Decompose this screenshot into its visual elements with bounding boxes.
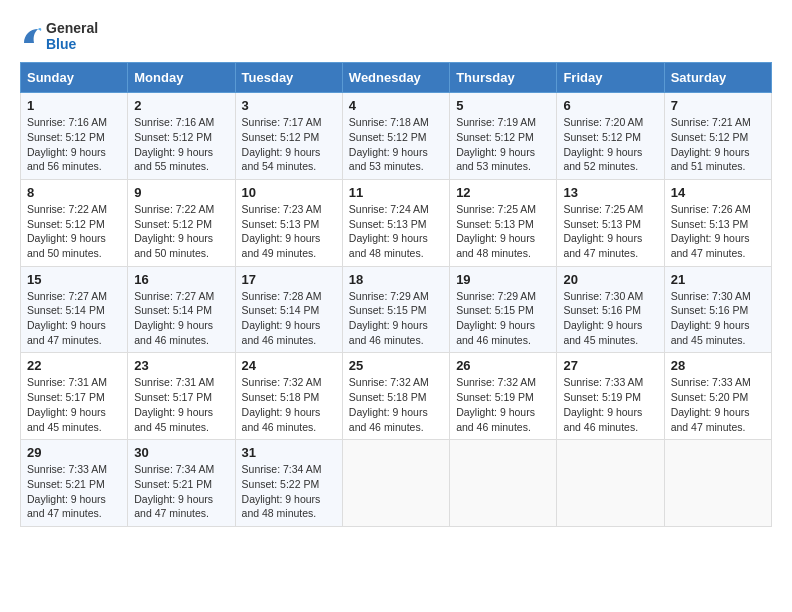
daylight-label: Daylight: 9 hours and 47 minutes. [671,406,750,433]
calendar-cell: 4 Sunrise: 7:18 AM Sunset: 5:12 PM Dayli… [342,93,449,180]
sunrise-label: Sunrise: 7:22 AM [134,203,214,215]
day-number: 13 [563,185,657,200]
daylight-label: Daylight: 9 hours and 48 minutes. [456,232,535,259]
calendar-cell: 25 Sunrise: 7:32 AM Sunset: 5:18 PM Dayl… [342,353,449,440]
day-number: 29 [27,445,121,460]
sunrise-label: Sunrise: 7:16 AM [134,116,214,128]
day-info: Sunrise: 7:29 AM Sunset: 5:15 PM Dayligh… [456,289,550,348]
calendar-cell: 20 Sunrise: 7:30 AM Sunset: 5:16 PM Dayl… [557,266,664,353]
calendar-cell [450,440,557,527]
calendar-cell: 15 Sunrise: 7:27 AM Sunset: 5:14 PM Dayl… [21,266,128,353]
calendar-cell: 9 Sunrise: 7:22 AM Sunset: 5:12 PM Dayli… [128,179,235,266]
sunrise-label: Sunrise: 7:17 AM [242,116,322,128]
day-info: Sunrise: 7:28 AM Sunset: 5:14 PM Dayligh… [242,289,336,348]
day-number: 8 [27,185,121,200]
daylight-label: Daylight: 9 hours and 51 minutes. [671,146,750,173]
calendar-cell: 24 Sunrise: 7:32 AM Sunset: 5:18 PM Dayl… [235,353,342,440]
sunset-label: Sunset: 5:19 PM [563,391,641,403]
day-info: Sunrise: 7:31 AM Sunset: 5:17 PM Dayligh… [134,375,228,434]
day-number: 25 [349,358,443,373]
calendar-cell: 28 Sunrise: 7:33 AM Sunset: 5:20 PM Dayl… [664,353,771,440]
sunrise-label: Sunrise: 7:25 AM [563,203,643,215]
day-number: 2 [134,98,228,113]
daylight-label: Daylight: 9 hours and 46 minutes. [349,319,428,346]
day-number: 22 [27,358,121,373]
sunset-label: Sunset: 5:14 PM [242,304,320,316]
sunset-label: Sunset: 5:20 PM [671,391,749,403]
day-number: 3 [242,98,336,113]
daylight-label: Daylight: 9 hours and 48 minutes. [349,232,428,259]
day-number: 18 [349,272,443,287]
day-info: Sunrise: 7:33 AM Sunset: 5:19 PM Dayligh… [563,375,657,434]
sunrise-label: Sunrise: 7:29 AM [456,290,536,302]
sunset-label: Sunset: 5:12 PM [242,131,320,143]
daylight-label: Daylight: 9 hours and 46 minutes. [242,406,321,433]
daylight-label: Daylight: 9 hours and 52 minutes. [563,146,642,173]
calendar-cell: 17 Sunrise: 7:28 AM Sunset: 5:14 PM Dayl… [235,266,342,353]
day-info: Sunrise: 7:27 AM Sunset: 5:14 PM Dayligh… [134,289,228,348]
calendar-cell: 19 Sunrise: 7:29 AM Sunset: 5:15 PM Dayl… [450,266,557,353]
calendar-cell: 12 Sunrise: 7:25 AM Sunset: 5:13 PM Dayl… [450,179,557,266]
daylight-label: Daylight: 9 hours and 56 minutes. [27,146,106,173]
daylight-label: Daylight: 9 hours and 47 minutes. [563,232,642,259]
calendar-cell [557,440,664,527]
sunrise-label: Sunrise: 7:33 AM [27,463,107,475]
sunset-label: Sunset: 5:17 PM [134,391,212,403]
sunset-label: Sunset: 5:12 PM [134,131,212,143]
sunrise-label: Sunrise: 7:27 AM [134,290,214,302]
sunrise-label: Sunrise: 7:31 AM [27,376,107,388]
sunset-label: Sunset: 5:12 PM [563,131,641,143]
calendar-cell: 7 Sunrise: 7:21 AM Sunset: 5:12 PM Dayli… [664,93,771,180]
daylight-label: Daylight: 9 hours and 46 minutes. [456,406,535,433]
sunset-label: Sunset: 5:16 PM [563,304,641,316]
calendar-cell: 6 Sunrise: 7:20 AM Sunset: 5:12 PM Dayli… [557,93,664,180]
logo: General Blue [20,20,98,52]
day-info: Sunrise: 7:32 AM Sunset: 5:18 PM Dayligh… [349,375,443,434]
daylight-label: Daylight: 9 hours and 45 minutes. [563,319,642,346]
daylight-label: Daylight: 9 hours and 53 minutes. [456,146,535,173]
calendar-header-wednesday: Wednesday [342,63,449,93]
daylight-label: Daylight: 9 hours and 50 minutes. [27,232,106,259]
sunset-label: Sunset: 5:13 PM [456,218,534,230]
day-info: Sunrise: 7:33 AM Sunset: 5:20 PM Dayligh… [671,375,765,434]
daylight-label: Daylight: 9 hours and 47 minutes. [671,232,750,259]
day-number: 9 [134,185,228,200]
calendar-header-row: SundayMondayTuesdayWednesdayThursdayFrid… [21,63,772,93]
daylight-label: Daylight: 9 hours and 47 minutes. [27,493,106,520]
calendar-header-monday: Monday [128,63,235,93]
sunrise-label: Sunrise: 7:21 AM [671,116,751,128]
day-number: 24 [242,358,336,373]
day-info: Sunrise: 7:33 AM Sunset: 5:21 PM Dayligh… [27,462,121,521]
logo-bird-icon [20,25,42,47]
daylight-label: Daylight: 9 hours and 46 minutes. [134,319,213,346]
calendar-header-tuesday: Tuesday [235,63,342,93]
logo-blue: Blue [46,36,98,52]
calendar-cell: 29 Sunrise: 7:33 AM Sunset: 5:21 PM Dayl… [21,440,128,527]
calendar-cell: 1 Sunrise: 7:16 AM Sunset: 5:12 PM Dayli… [21,93,128,180]
daylight-label: Daylight: 9 hours and 54 minutes. [242,146,321,173]
day-info: Sunrise: 7:18 AM Sunset: 5:12 PM Dayligh… [349,115,443,174]
day-info: Sunrise: 7:30 AM Sunset: 5:16 PM Dayligh… [563,289,657,348]
day-info: Sunrise: 7:31 AM Sunset: 5:17 PM Dayligh… [27,375,121,434]
day-number: 17 [242,272,336,287]
day-number: 23 [134,358,228,373]
sunrise-label: Sunrise: 7:25 AM [456,203,536,215]
calendar-cell: 21 Sunrise: 7:30 AM Sunset: 5:16 PM Dayl… [664,266,771,353]
day-info: Sunrise: 7:16 AM Sunset: 5:12 PM Dayligh… [134,115,228,174]
calendar-cell: 27 Sunrise: 7:33 AM Sunset: 5:19 PM Dayl… [557,353,664,440]
sunrise-label: Sunrise: 7:32 AM [349,376,429,388]
calendar-week-row: 1 Sunrise: 7:16 AM Sunset: 5:12 PM Dayli… [21,93,772,180]
sunrise-label: Sunrise: 7:29 AM [349,290,429,302]
day-info: Sunrise: 7:21 AM Sunset: 5:12 PM Dayligh… [671,115,765,174]
sunrise-label: Sunrise: 7:27 AM [27,290,107,302]
daylight-label: Daylight: 9 hours and 50 minutes. [134,232,213,259]
sunrise-label: Sunrise: 7:30 AM [671,290,751,302]
calendar-table: SundayMondayTuesdayWednesdayThursdayFrid… [20,62,772,527]
day-number: 27 [563,358,657,373]
sunrise-label: Sunrise: 7:24 AM [349,203,429,215]
sunset-label: Sunset: 5:12 PM [27,131,105,143]
sunset-label: Sunset: 5:13 PM [349,218,427,230]
calendar-cell: 10 Sunrise: 7:23 AM Sunset: 5:13 PM Dayl… [235,179,342,266]
day-info: Sunrise: 7:22 AM Sunset: 5:12 PM Dayligh… [134,202,228,261]
logo-container: General Blue [20,20,98,52]
